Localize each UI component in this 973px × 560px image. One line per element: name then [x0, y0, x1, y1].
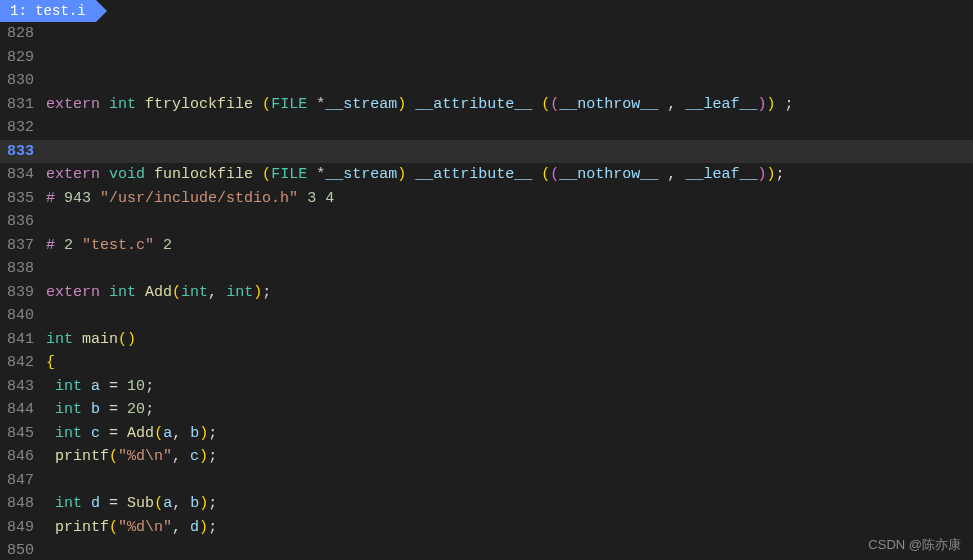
code-content: int d = Sub(a, b);	[40, 495, 973, 512]
code-line: 847	[0, 469, 973, 493]
line-number: 831	[0, 96, 40, 113]
code-line: 844 int b = 20;	[0, 398, 973, 422]
line-number: 829	[0, 49, 40, 66]
code-line: 848 int d = Sub(a, b);	[0, 492, 973, 516]
code-content: int b = 20;	[40, 401, 973, 418]
line-number: 828	[0, 25, 40, 42]
code-line: 839extern int Add(int, int);	[0, 281, 973, 305]
code-content: printf("%d\n", d);	[40, 519, 973, 536]
code-content: extern int ftrylockfile (FILE *__stream)…	[40, 96, 973, 113]
code-line: 831extern int ftrylockfile (FILE *__stre…	[0, 93, 973, 117]
line-number: 835	[0, 190, 40, 207]
line-number: 849	[0, 519, 40, 536]
line-number: 844	[0, 401, 40, 418]
code-line: 845 int c = Add(a, b);	[0, 422, 973, 446]
line-number: 839	[0, 284, 40, 301]
code-line: 835# 943 "/usr/include/stdio.h" 3 4	[0, 187, 973, 211]
line-number: 842	[0, 354, 40, 371]
line-number: 845	[0, 425, 40, 442]
code-content: int c = Add(a, b);	[40, 425, 973, 442]
line-number: 846	[0, 448, 40, 465]
code-line: 838	[0, 257, 973, 281]
code-line: 834extern void funlockfile (FILE *__stre…	[0, 163, 973, 187]
line-number: 841	[0, 331, 40, 348]
code-line: 832	[0, 116, 973, 140]
code-line: 842{	[0, 351, 973, 375]
watermark: CSDN @陈亦康	[868, 536, 961, 554]
code-content: int a = 10;	[40, 378, 973, 395]
line-number: 850	[0, 542, 40, 559]
code-content: extern void funlockfile (FILE *__stream)…	[40, 166, 973, 183]
line-number: 830	[0, 72, 40, 89]
code-line: 828	[0, 22, 973, 46]
line-number: 847	[0, 472, 40, 489]
line-number: 832	[0, 119, 40, 136]
line-number: 843	[0, 378, 40, 395]
code-content: int main()	[40, 331, 973, 348]
code-line: 850	[0, 539, 973, 560]
code-line: 829	[0, 46, 973, 70]
code-content: # 943 "/usr/include/stdio.h" 3 4	[40, 190, 973, 207]
code-content: # 2 "test.c" 2	[40, 237, 973, 254]
line-number: 837	[0, 237, 40, 254]
code-line: 849 printf("%d\n", d);	[0, 516, 973, 540]
code-line: 841int main()	[0, 328, 973, 352]
tab-bar: 1: test.i	[0, 0, 973, 22]
line-number: 848	[0, 495, 40, 512]
line-number: 838	[0, 260, 40, 277]
code-content: extern int Add(int, int);	[40, 284, 973, 301]
line-number: 836	[0, 213, 40, 230]
line-number: 834	[0, 166, 40, 183]
code-content: printf("%d\n", c);	[40, 448, 973, 465]
tab-file[interactable]: 1: test.i	[0, 0, 96, 22]
code-editor[interactable]: 828 829 830 831extern int ftrylockfile (…	[0, 22, 973, 560]
code-line: 843 int a = 10;	[0, 375, 973, 399]
tab-label: 1: test.i	[10, 3, 86, 19]
line-number: 840	[0, 307, 40, 324]
line-number: 833	[0, 143, 40, 160]
code-line-current: 833	[0, 140, 973, 164]
code-line: 837# 2 "test.c" 2	[0, 234, 973, 258]
code-line: 840	[0, 304, 973, 328]
code-content: {	[40, 354, 973, 371]
code-line: 830	[0, 69, 973, 93]
code-line: 846 printf("%d\n", c);	[0, 445, 973, 469]
code-line: 836	[0, 210, 973, 234]
